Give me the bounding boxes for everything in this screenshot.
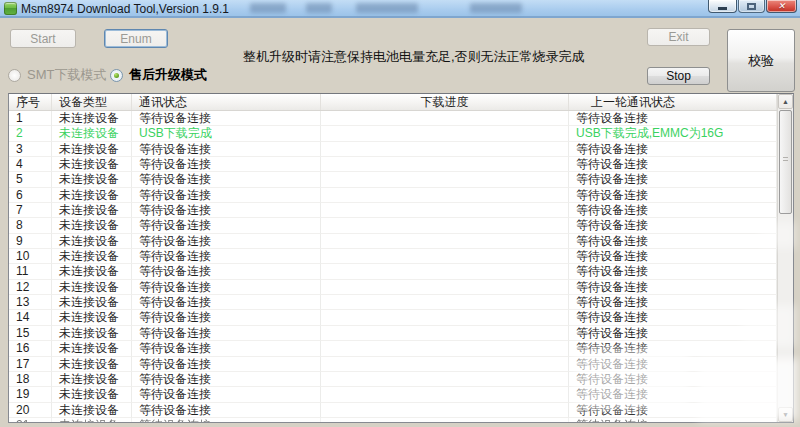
cell-no: 6 <box>9 188 52 203</box>
cell-type: 未连接设备 <box>52 172 132 187</box>
cell-no: 17 <box>9 357 52 372</box>
cell-type: 未连接设备 <box>52 126 132 141</box>
app-icon <box>4 2 17 15</box>
cell-comm: 等待设备连接 <box>132 341 321 356</box>
cell-progress <box>321 341 569 356</box>
cell-type: 未连接设备 <box>52 218 132 233</box>
table-row[interactable]: 2未连接设备USB下载完成USB下载完成,EMMC为16G <box>9 126 777 141</box>
close-button[interactable]: ✕ <box>766 0 797 13</box>
scrollbar-track[interactable] <box>778 215 793 407</box>
cell-comm: 等待设备连接 <box>132 295 321 310</box>
scroll-down-button[interactable]: ▼ <box>778 407 793 422</box>
cell-no: 12 <box>9 280 52 295</box>
cell-no: 2 <box>9 126 52 141</box>
cell-no: 4 <box>9 157 52 172</box>
verify-button[interactable]: 校验 <box>727 29 795 92</box>
cell-last: 等待设备连接 <box>569 234 777 249</box>
cell-type: 未连接设备 <box>52 403 132 418</box>
table-row[interactable]: 13未连接设备等待设备连接等待设备连接 <box>9 295 777 310</box>
cell-progress <box>321 249 569 264</box>
table-row[interactable]: 7未连接设备等待设备连接等待设备连接 <box>9 203 777 218</box>
table-row[interactable]: 19未连接设备等待设备连接等待设备连接 <box>9 387 777 402</box>
cell-comm: 等待设备连接 <box>132 264 321 279</box>
cell-type: 未连接设备 <box>52 387 132 402</box>
column-header-download-progress[interactable]: 下载进度 <box>321 94 569 110</box>
table-row[interactable]: 3未连接设备等待设备连接等待设备连接 <box>9 142 777 157</box>
table-row-partial[interactable]: 21未连接设备等待设备连接等待设备连接 <box>9 418 777 422</box>
start-button[interactable]: Start <box>10 29 76 48</box>
cell-type: 未连接设备 <box>52 310 132 325</box>
table-row[interactable]: 5未连接设备等待设备连接等待设备连接 <box>9 172 777 187</box>
table-row[interactable]: 20未连接设备等待设备连接等待设备连接 <box>9 403 777 418</box>
cell-progress <box>321 403 569 418</box>
maximize-icon <box>747 3 756 10</box>
cell-last: USB下载完成,EMMC为16G <box>569 126 777 141</box>
cell-progress <box>321 234 569 249</box>
radio-selected-icon <box>110 69 123 82</box>
cell-type: 未连接设备 <box>52 280 132 295</box>
column-header-index[interactable]: 序号 <box>9 94 52 110</box>
cell-no: 20 <box>9 403 52 418</box>
cell-comm: 等待设备连接 <box>132 218 321 233</box>
cell-type: 未连接设备 <box>52 142 132 157</box>
window-title: Msm8974 Download Tool,Version 1.9.1 <box>21 2 229 16</box>
cell-no: 7 <box>9 203 52 218</box>
table-row[interactable]: 17未连接设备等待设备连接等待设备连接 <box>9 357 777 372</box>
cell-last: 等待设备连接 <box>569 264 777 279</box>
cell-last: 等待设备连接 <box>569 142 777 157</box>
cell-comm: 等待设备连接 <box>132 142 321 157</box>
cell-no: 3 <box>9 142 52 157</box>
cell-comm: 等待设备连接 <box>132 310 321 325</box>
table-row[interactable]: 15未连接设备等待设备连接等待设备连接 <box>9 326 777 341</box>
table-row[interactable]: 14未连接设备等待设备连接等待设备连接 <box>9 310 777 325</box>
vertical-scrollbar[interactable]: ▲ ▼ <box>777 94 793 422</box>
radio-smt-download-mode[interactable]: SMT下载模式 <box>8 66 106 84</box>
cell-progress <box>321 280 569 295</box>
titlebar[interactable]: Msm8974 Download Tool,Version 1.9.1 ✕ <box>0 0 800 18</box>
exit-button[interactable]: Exit <box>647 28 710 46</box>
table-row[interactable]: 1未连接设备等待设备连接等待设备连接 <box>9 111 777 126</box>
cell-comm: 等待设备连接 <box>132 418 321 422</box>
table-row[interactable]: 16未连接设备等待设备连接等待设备连接 <box>9 341 777 356</box>
cell-last: 等待设备连接 <box>569 403 777 418</box>
table-row[interactable]: 6未连接设备等待设备连接等待设备连接 <box>9 188 777 203</box>
app-window: Msm8974 Download Tool,Version 1.9.1 ✕ St… <box>0 0 800 427</box>
cell-last: 等待设备连接 <box>569 387 777 402</box>
cell-progress <box>321 188 569 203</box>
table-header: 序号 设备类型 通讯状态 下载进度 上一轮通讯状态 <box>9 94 777 111</box>
table-row[interactable]: 9未连接设备等待设备连接等待设备连接 <box>9 234 777 249</box>
cell-no: 13 <box>9 295 52 310</box>
table-row[interactable]: 18未连接设备等待设备连接等待设备连接 <box>9 372 777 387</box>
radio-service-upgrade-mode[interactable]: 售后升级模式 <box>110 66 207 84</box>
cell-progress <box>321 418 569 422</box>
column-header-comm-status[interactable]: 通讯状态 <box>132 94 321 110</box>
scroll-up-button[interactable]: ▲ <box>778 94 793 109</box>
table-row[interactable]: 4未连接设备等待设备连接等待设备连接 <box>9 157 777 172</box>
column-header-device-type[interactable]: 设备类型 <box>52 94 132 110</box>
cell-comm: 等待设备连接 <box>132 249 321 264</box>
cell-progress <box>321 326 569 341</box>
scrollbar-thumb[interactable] <box>779 110 792 214</box>
table-row[interactable]: 12未连接设备等待设备连接等待设备连接 <box>9 280 777 295</box>
column-header-last-comm-status[interactable]: 上一轮通讯状态 <box>569 94 777 110</box>
cell-last: 等待设备连接 <box>569 157 777 172</box>
cell-progress <box>321 142 569 157</box>
cell-no: 10 <box>9 249 52 264</box>
table-row[interactable]: 11未连接设备等待设备连接等待设备连接 <box>9 264 777 279</box>
cell-progress <box>321 372 569 387</box>
table-row[interactable]: 8未连接设备等待设备连接等待设备连接 <box>9 218 777 233</box>
mode-selector: SMT下载模式 售后升级模式 <box>0 66 800 82</box>
cell-progress <box>321 357 569 372</box>
titlebar-watermark <box>250 3 286 13</box>
table-row[interactable]: 10未连接设备等待设备连接等待设备连接 <box>9 249 777 264</box>
cell-type: 未连接设备 <box>52 372 132 387</box>
cell-progress <box>321 203 569 218</box>
cell-last: 等待设备连接 <box>569 326 777 341</box>
cell-no: 11 <box>9 264 52 279</box>
cell-comm: 等待设备连接 <box>132 111 321 126</box>
cell-no: 21 <box>9 418 52 422</box>
minimize-button[interactable] <box>708 0 737 13</box>
enum-button[interactable]: Enum <box>104 29 168 48</box>
cell-last: 等待设备连接 <box>569 357 777 372</box>
maximize-button[interactable] <box>738 0 765 13</box>
